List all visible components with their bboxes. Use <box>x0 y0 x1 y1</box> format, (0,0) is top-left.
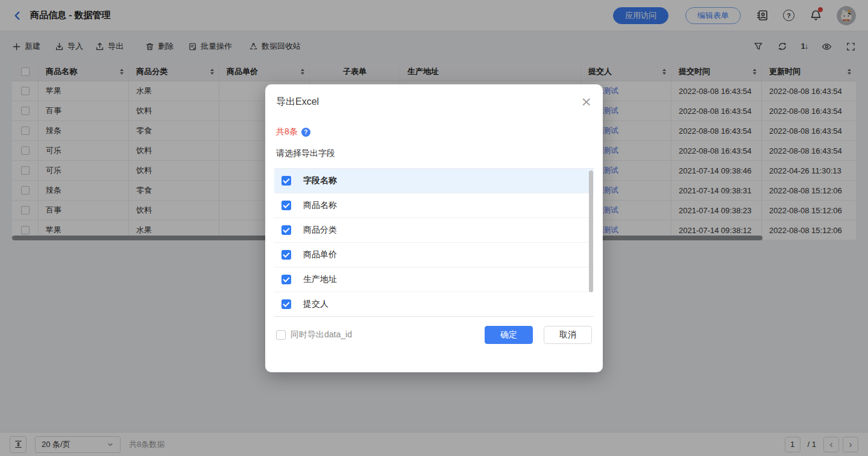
modal-title: 导出Excel <box>276 96 319 108</box>
field-row[interactable]: 商品分类 <box>274 218 594 243</box>
field-row[interactable]: 商品单价 <box>274 243 594 267</box>
record-count-text: 共8条 <box>276 126 298 137</box>
cancel-button[interactable]: 取消 <box>544 326 592 344</box>
field-checkbox[interactable] <box>281 250 291 260</box>
confirm-button[interactable]: 确定 <box>485 326 533 344</box>
field-checkbox[interactable] <box>281 201 291 210</box>
field-row[interactable]: 商品名称 <box>274 193 594 218</box>
field-checkbox[interactable] <box>281 275 291 284</box>
question-help-icon[interactable]: ? <box>301 128 310 137</box>
field-label: 生产地址 <box>303 274 337 285</box>
field-label: 提交人 <box>303 299 329 310</box>
confirm-label: 确定 <box>500 330 517 340</box>
modal-list-scrollbar[interactable] <box>589 170 593 292</box>
field-checkbox[interactable] <box>281 299 291 309</box>
close-icon[interactable]: × <box>581 95 592 108</box>
export-excel-modal: 导出Excel × 共8条 ? 请选择导出字段 字段名称 商品名称 商品分类 商… <box>265 84 603 372</box>
export-data-id-checkbox[interactable] <box>276 330 286 340</box>
cancel-label: 取消 <box>559 330 576 340</box>
export-field-list: 字段名称 商品名称 商品分类 商品单价 生产地址 提交人 <box>274 168 594 317</box>
field-label: 商品名称 <box>303 200 337 211</box>
field-label: 字段名称 <box>303 175 337 186</box>
field-checkbox[interactable] <box>281 176 291 186</box>
field-label: 商品分类 <box>303 225 337 236</box>
export-data-id-label: 同时导出data_id <box>291 330 352 340</box>
select-fields-prompt: 请选择导出字段 <box>274 148 594 159</box>
field-checkbox[interactable] <box>281 225 291 235</box>
field-row[interactable]: 提交人 <box>274 292 594 317</box>
field-label: 商品单价 <box>303 249 337 260</box>
field-row-header[interactable]: 字段名称 <box>274 169 594 193</box>
field-row[interactable]: 生产地址 <box>274 267 594 292</box>
